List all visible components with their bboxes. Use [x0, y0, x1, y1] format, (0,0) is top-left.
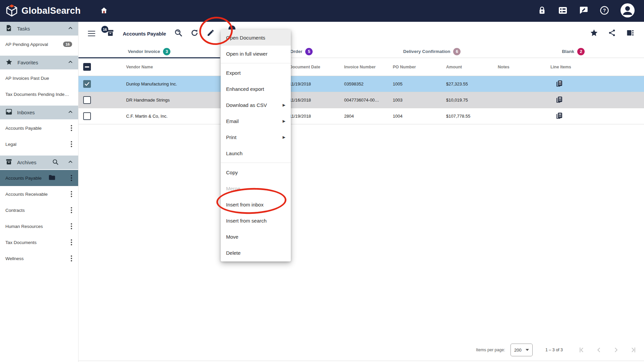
- menu-item-enhanced-export[interactable]: Enhanced export: [221, 81, 291, 97]
- feedback-button[interactable]: [578, 6, 589, 16]
- sidebar-item-ap-invoices-past-due[interactable]: AP Invoices Past Due: [0, 70, 78, 86]
- account-button[interactable]: [620, 3, 635, 19]
- search-icon[interactable]: [52, 159, 59, 167]
- menu-item-label: Open Documents: [226, 35, 265, 41]
- archive-count-badge: 16: [101, 26, 108, 33]
- menu-toggle-button[interactable]: [87, 28, 97, 39]
- sidebar-item-label: AP Invoices Past Due: [5, 76, 49, 81]
- prev-page-icon: [595, 346, 602, 354]
- avatar-icon: [620, 3, 635, 19]
- sidebar-item-tax-documents-pending-inde[interactable]: Tax Documents Pending Inde…: [0, 86, 78, 102]
- kebab-menu-icon[interactable]: [68, 254, 75, 263]
- line-items-icon[interactable]: [556, 80, 563, 87]
- column-header-notes[interactable]: Notes: [498, 65, 550, 69]
- columns-view-icon: [626, 29, 634, 38]
- menu-item-move[interactable]: Move: [221, 229, 291, 245]
- sidebar-item-wellness[interactable]: Wellness: [0, 250, 78, 266]
- line-items-icon[interactable]: [556, 112, 563, 119]
- column-header-invoice-number[interactable]: Invoice Number: [344, 65, 393, 69]
- home-button[interactable]: [99, 6, 109, 16]
- menu-item-launch[interactable]: Launch: [221, 145, 291, 161]
- sidebar-section-tasks[interactable]: Tasks: [0, 22, 78, 36]
- sidebar-section-favorites[interactable]: Favorites: [0, 56, 78, 69]
- sidebar-section-archives[interactable]: Archives: [0, 156, 78, 169]
- row-checkbox[interactable]: [83, 96, 91, 104]
- table-row[interactable]: PDFDR Handmade Strings11/16/201800477360…: [78, 92, 644, 108]
- menu-item-label: Copy: [226, 170, 238, 175]
- page-size-select[interactable]: 200: [511, 344, 533, 356]
- sidebar-section-items: AP Pending Approval16: [0, 36, 78, 56]
- lock-icon: [538, 6, 546, 16]
- home-icon: [100, 6, 108, 16]
- table-row[interactable]: PDFDunlop Manufacturing Inc.11/19/201803…: [78, 76, 644, 92]
- menu-item-insert-from-search[interactable]: Insert from search: [221, 213, 291, 229]
- sidebar-item-ap-pending-approval[interactable]: AP Pending Approval16: [0, 36, 78, 52]
- lock-button[interactable]: [537, 6, 547, 16]
- select-all-checkbox[interactable]: [83, 63, 91, 71]
- search-again-button[interactable]: [173, 28, 183, 39]
- tab-blank[interactable]: Blank2: [503, 45, 644, 58]
- sidebar-item-accounts-receivable[interactable]: Accounts Receivable: [0, 186, 78, 202]
- menu-item-label: Insert from search: [226, 218, 267, 224]
- sidebar-item-contracts[interactable]: Contracts: [0, 202, 78, 218]
- menu-item-copy[interactable]: Copy: [221, 164, 291, 180]
- search-sync-icon: [174, 28, 183, 39]
- menu-item-email[interactable]: Email▶: [221, 113, 291, 129]
- chevron-up-icon: [67, 25, 73, 33]
- kebab-menu-icon[interactable]: [68, 124, 75, 132]
- table-row[interactable]: PDFC.F. Martin & Co, Inc.11/19/201828041…: [78, 108, 644, 124]
- menu-item-open-in-full-viewer[interactable]: Open in full viewer: [221, 46, 291, 62]
- menu-item-open-documents[interactable]: Open Documents: [221, 29, 291, 46]
- pencil-icon: [207, 29, 215, 38]
- sidebar-section-inboxes[interactable]: Inboxes: [0, 106, 78, 119]
- help-button[interactable]: ?: [599, 6, 610, 16]
- kebab-menu-icon[interactable]: [68, 174, 75, 182]
- column-header-document-date[interactable]: Document Date: [289, 65, 344, 69]
- column-header-amount[interactable]: Amount: [446, 65, 498, 69]
- prev-page-button[interactable]: [594, 346, 603, 354]
- paginator: Items per page: 200 1 – 3 of 3: [78, 341, 644, 359]
- sidebar-item-accounts-payable[interactable]: Accounts Payable: [0, 170, 78, 186]
- menu-item-download-as-csv[interactable]: Download as CSV▶: [221, 97, 291, 113]
- last-page-button[interactable]: [629, 346, 638, 354]
- refresh-button[interactable]: [190, 28, 200, 39]
- cell-document-date: 11/19/2018: [289, 81, 344, 86]
- sidebar-item-legal[interactable]: Legal: [0, 136, 78, 152]
- sidebar-item-tax-documents[interactable]: Tax Documents: [0, 234, 78, 250]
- kebab-menu-icon[interactable]: [68, 206, 75, 215]
- menu-item-print[interactable]: Print▶: [221, 129, 291, 145]
- tab-delivery-confirmation[interactable]: Delivery Confirmation6: [361, 45, 503, 58]
- kebab-menu-icon[interactable]: [68, 190, 75, 198]
- submenu-arrow-icon: ▶: [283, 119, 285, 123]
- menu-item-insert-from-inbox[interactable]: Insert from inbox: [221, 196, 291, 213]
- edit-button[interactable]: [206, 28, 216, 39]
- tab-label: Delivery Confirmation: [403, 49, 450, 54]
- cell-amount: $107,778.55: [446, 114, 498, 119]
- line-items-icon[interactable]: [556, 96, 563, 103]
- row-checkbox[interactable]: [83, 112, 91, 120]
- first-page-button[interactable]: [577, 346, 586, 354]
- column-header-line-items[interactable]: Line Items: [550, 65, 644, 69]
- sidebar-item-accounts-payable[interactable]: Accounts Payable: [0, 120, 78, 136]
- kebab-menu-icon[interactable]: [68, 222, 75, 231]
- menu-item-label: Delete: [226, 250, 240, 256]
- sidebar-item-label: Human Resources: [5, 224, 43, 229]
- menu-item-label: Export: [226, 70, 240, 76]
- column-header-po-number[interactable]: PO Number: [393, 65, 446, 69]
- row-checkbox[interactable]: [83, 80, 91, 88]
- tab-label: Vendor Invoice: [128, 49, 160, 54]
- share-button[interactable]: [607, 28, 617, 39]
- menu-item-delete[interactable]: Delete: [221, 245, 291, 261]
- menu-item-export[interactable]: Export: [221, 65, 291, 81]
- kebab-menu-icon[interactable]: [68, 140, 75, 148]
- archive-documents-button[interactable]: 16: [105, 28, 115, 39]
- sidebar-item-human-resources[interactable]: Human Resources: [0, 218, 78, 234]
- column-view-button[interactable]: [625, 28, 635, 39]
- favorite-search-button[interactable]: [589, 28, 599, 39]
- next-page-button[interactable]: [612, 346, 621, 354]
- list-view-button[interactable]: [557, 6, 568, 16]
- kebab-menu-icon[interactable]: [68, 238, 75, 247]
- tab-vendor-invoice[interactable]: Vendor Invoice3: [78, 45, 220, 58]
- tab-count-badge: 3: [163, 48, 170, 55]
- sidebar-section-label: Archives: [17, 160, 37, 165]
